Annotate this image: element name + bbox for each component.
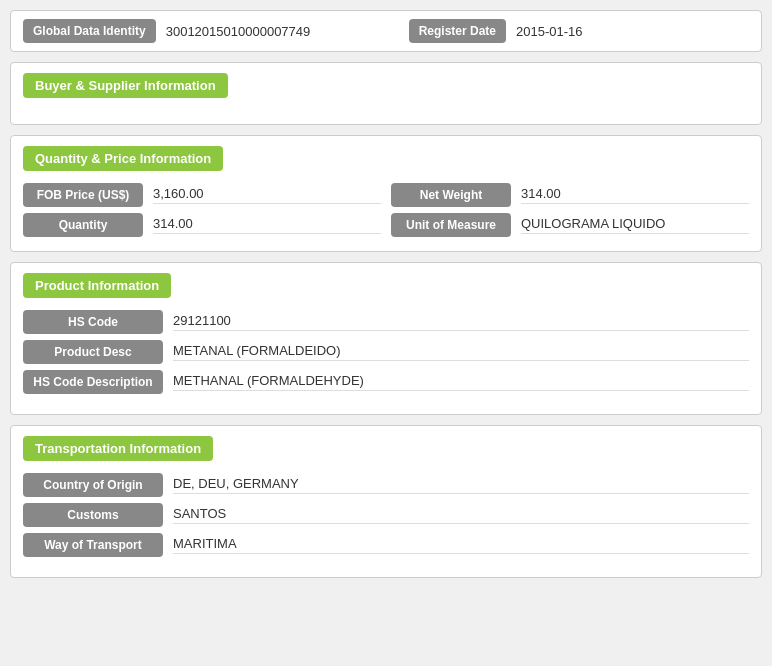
quantity-pair: Quantity 314.00 <box>23 213 381 237</box>
unit-of-measure-label: Unit of Measure <box>391 213 511 237</box>
customs-label: Customs <box>23 503 163 527</box>
net-weight-value: 314.00 <box>521 186 749 204</box>
page-wrapper: Global Data Identity 3001201501000000774… <box>10 10 762 578</box>
net-weight-label: Net Weight <box>391 183 511 207</box>
identity-bar: Global Data Identity 3001201501000000774… <box>10 10 762 52</box>
unit-of-measure-pair: Unit of Measure QUILOGRAMA LIQUIDO <box>391 213 749 237</box>
way-of-transport-label: Way of Transport <box>23 533 163 557</box>
hs-code-desc-value: METHANAL (FORMALDEHYDE) <box>173 373 749 391</box>
way-of-transport-value: MARITIMA <box>173 536 749 554</box>
product-info-title: Product Information <box>23 273 171 298</box>
product-desc-label: Product Desc <box>23 340 163 364</box>
quantity-label: Quantity <box>23 213 143 237</box>
quantity-value: 314.00 <box>153 216 381 234</box>
product-info-section: Product Information HS Code 29121100 Pro… <box>10 262 762 415</box>
transportation-title: Transportation Information <box>23 436 213 461</box>
hs-code-desc-label: HS Code Description <box>23 370 163 394</box>
product-desc-row: Product Desc METANAL (FORMALDEIDO) <box>23 340 749 364</box>
transportation-section: Transportation Information Country of Or… <box>10 425 762 578</box>
quantity-price-section: Quantity & Price Information FOB Price (… <box>10 135 762 252</box>
net-weight-pair: Net Weight 314.00 <box>391 183 749 207</box>
quantity-price-title: Quantity & Price Information <box>23 146 223 171</box>
global-data-value: 30012015010000007749 <box>166 24 399 39</box>
way-of-transport-row: Way of Transport MARITIMA <box>23 533 749 557</box>
hs-code-row: HS Code 29121100 <box>23 310 749 334</box>
fob-price-value: 3,160.00 <box>153 186 381 204</box>
country-of-origin-label: Country of Origin <box>23 473 163 497</box>
hs-code-desc-row: HS Code Description METHANAL (FORMALDEHY… <box>23 370 749 394</box>
fob-net-row: FOB Price (US$) 3,160.00 Net Weight 314.… <box>23 183 749 207</box>
unit-of-measure-value: QUILOGRAMA LIQUIDO <box>521 216 749 234</box>
register-date-label: Register Date <box>409 19 506 43</box>
quantity-uom-row: Quantity 314.00 Unit of Measure QUILOGRA… <box>23 213 749 237</box>
country-of-origin-row: Country of Origin DE, DEU, GERMANY <box>23 473 749 497</box>
customs-row: Customs SANTOS <box>23 503 749 527</box>
fob-price-pair: FOB Price (US$) 3,160.00 <box>23 183 381 207</box>
global-data-label: Global Data Identity <box>23 19 156 43</box>
hs-code-value: 29121100 <box>173 313 749 331</box>
product-desc-value: METANAL (FORMALDEIDO) <box>173 343 749 361</box>
buyer-supplier-title: Buyer & Supplier Information <box>23 73 228 98</box>
country-of-origin-value: DE, DEU, GERMANY <box>173 476 749 494</box>
fob-price-label: FOB Price (US$) <box>23 183 143 207</box>
buyer-supplier-section: Buyer & Supplier Information <box>10 62 762 125</box>
register-date-value: 2015-01-16 <box>516 24 749 39</box>
hs-code-label: HS Code <box>23 310 163 334</box>
customs-value: SANTOS <box>173 506 749 524</box>
